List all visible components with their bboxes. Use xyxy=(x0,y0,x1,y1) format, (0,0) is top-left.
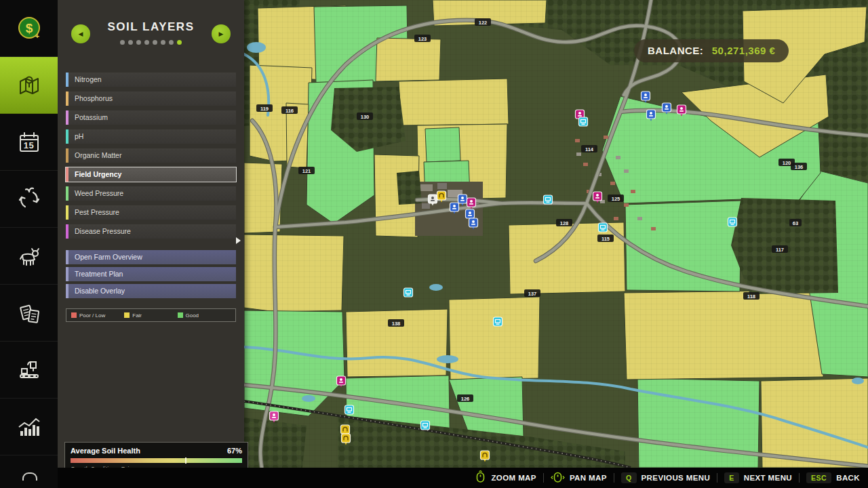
map-marker-cyan[interactable] xyxy=(345,405,354,414)
sidebar-item-contracts[interactable] xyxy=(0,285,58,342)
treatment-plan-button[interactable]: Treatment Plan xyxy=(66,267,236,281)
keycap-e: E xyxy=(724,472,739,483)
cow-icon xyxy=(15,242,43,270)
zoom-map-control[interactable]: ZOOM MAP xyxy=(475,470,536,486)
legend-swatch xyxy=(178,312,183,318)
svg-text:123: 123 xyxy=(418,36,427,42)
sidebar-item-production[interactable] xyxy=(0,342,58,399)
map-marker-cyan[interactable] xyxy=(599,223,608,232)
legend-item: Good xyxy=(178,312,231,319)
crop-rotation-icon xyxy=(15,185,43,214)
building xyxy=(604,136,608,139)
layer-item-weed-pressure[interactable]: Weed Pressure xyxy=(66,186,236,201)
mouse-drag-icon xyxy=(551,470,565,486)
documents-icon xyxy=(15,299,43,327)
sidebar-item-finances[interactable]: $ + xyxy=(0,0,58,57)
back-control[interactable]: ESCBACK xyxy=(806,472,860,483)
map-marker-cyan[interactable] xyxy=(421,421,430,430)
svg-text:$: $ xyxy=(25,21,33,35)
next-menu-control[interactable]: ENEXT MENU xyxy=(724,472,792,483)
field-number-label: 128 xyxy=(556,219,572,226)
help-icon-partial xyxy=(22,472,37,481)
sidebar-item-statistics[interactable] xyxy=(0,399,58,455)
building xyxy=(631,190,635,193)
layer-item-field-urgency[interactable]: Field Urgency xyxy=(66,167,236,182)
svg-text:136: 136 xyxy=(795,164,804,170)
field-number-label: 138 xyxy=(388,319,404,327)
building xyxy=(610,182,615,185)
building xyxy=(624,203,629,207)
field-number-label: 119 xyxy=(256,104,273,112)
field-number-label: 115 xyxy=(597,235,614,242)
previous-menu-control[interactable]: QPREVIOUS MENU xyxy=(621,472,710,483)
building xyxy=(616,156,620,159)
sidebar-item-map[interactable] xyxy=(0,57,58,114)
layer-item-disease-pressure[interactable]: Disease Pressure xyxy=(66,224,236,239)
map-icon xyxy=(15,71,43,100)
building xyxy=(651,227,656,230)
balance-pill: BALANCE: 50,271,369 € xyxy=(634,39,789,62)
soil-health-value: 67% xyxy=(227,447,242,455)
page-dot xyxy=(169,40,174,45)
layer-item-phosphorus[interactable]: Phosphorus xyxy=(66,92,236,106)
field-number-label: 116 xyxy=(281,106,298,114)
page-dot xyxy=(136,40,141,45)
map-marker-cyan[interactable] xyxy=(494,317,502,326)
field-number-label: 120 xyxy=(778,159,795,166)
divider xyxy=(543,473,544,483)
field-number-label: 137 xyxy=(524,289,540,297)
building xyxy=(437,183,447,189)
layer-item-potassium[interactable]: Potassium xyxy=(66,110,236,125)
svg-text:122: 122 xyxy=(479,20,488,26)
layer-item-nitrogen[interactable]: Nitrogen xyxy=(66,73,236,87)
next-layer-page-button[interactable]: ▶ xyxy=(212,24,231,43)
sidebar-item-animals[interactable] xyxy=(0,228,58,285)
legend-label: Fair xyxy=(132,312,142,319)
page-dot xyxy=(161,40,165,45)
panel-header: ◀ SOIL LAYERS ▶ xyxy=(58,0,244,64)
previous-layer-page-button[interactable]: ◀ xyxy=(71,24,90,43)
soil-health-marker xyxy=(185,458,186,464)
building xyxy=(422,203,430,209)
keycap-esc: ESC xyxy=(806,472,831,483)
map-marker-cyan[interactable] xyxy=(544,195,553,204)
disable-overlay-button[interactable]: Disable Overlay xyxy=(66,284,236,298)
sidebar-item-crop-rotation[interactable] xyxy=(0,171,58,228)
svg-text:128: 128 xyxy=(560,220,569,226)
svg-text:63: 63 xyxy=(793,220,798,226)
legend-swatch xyxy=(71,312,77,318)
svg-text:138: 138 xyxy=(392,321,401,327)
open-farm-overview-button[interactable]: Open Farm Overview xyxy=(66,250,236,264)
pan-map-control[interactable]: PAN MAP xyxy=(551,470,607,486)
legend-label: Poor / Low xyxy=(79,312,105,319)
field-number-label: 126 xyxy=(457,394,473,402)
world-map-view[interactable]: 1191161211301231221141251281151366311713… xyxy=(244,0,868,468)
page-dot xyxy=(177,40,182,45)
building xyxy=(583,163,588,166)
layer-item-organic-matter[interactable]: Organic Matter xyxy=(66,148,236,163)
keycap-q: Q xyxy=(621,472,637,483)
control-label: ZOOM MAP xyxy=(491,474,536,482)
field-number-label: 123 xyxy=(414,35,431,42)
overlay-legend: Poor / LowFairGood xyxy=(66,308,236,322)
layer-item-ph[interactable]: pH xyxy=(66,129,236,144)
svg-text:118: 118 xyxy=(747,293,755,300)
map-canvas[interactable]: 1191161211301231221141251281151366311713… xyxy=(244,0,868,468)
map-marker-cyan[interactable] xyxy=(728,218,737,226)
building xyxy=(420,184,433,191)
map-marker-cyan[interactable] xyxy=(579,117,588,126)
divider xyxy=(614,473,614,483)
map-marker-cyan[interactable] xyxy=(404,288,413,297)
field-number-label: 121 xyxy=(298,167,315,174)
sidebar-item-calendar[interactable]: 15 xyxy=(0,114,58,171)
action-button-list: Open Farm OverviewTreatment PlanDisable … xyxy=(66,250,236,298)
page-dot xyxy=(144,40,149,45)
field-number-label: 118 xyxy=(743,292,760,300)
pond xyxy=(852,378,864,384)
page-dot xyxy=(153,40,157,45)
layer-item-pest-pressure[interactable]: Pest Pressure xyxy=(66,205,236,220)
production-line-icon xyxy=(15,356,43,384)
field-number-label: 114 xyxy=(581,145,597,152)
balance-label: BALANCE: xyxy=(648,45,703,56)
page-dot xyxy=(120,40,125,45)
